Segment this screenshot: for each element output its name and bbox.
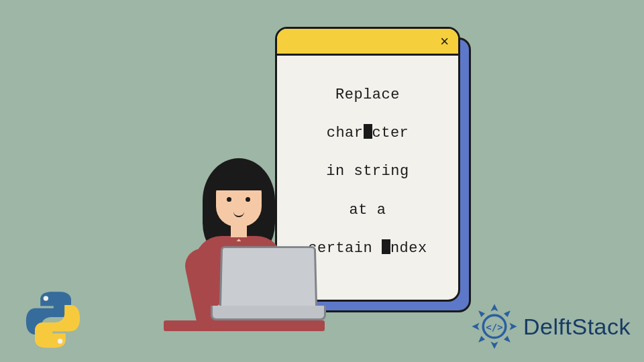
svg-marker-3 bbox=[490, 341, 498, 349]
cursor-block-icon bbox=[382, 239, 390, 254]
laptop-base bbox=[211, 306, 326, 320]
svg-marker-5 bbox=[509, 322, 517, 330]
cursor-block-icon bbox=[364, 124, 372, 139]
svg-marker-4 bbox=[472, 322, 479, 330]
delftstack-wordmark: DelftStack bbox=[523, 314, 631, 340]
svg-marker-9 bbox=[504, 336, 511, 343]
svg-marker-7 bbox=[504, 310, 511, 317]
svg-marker-8 bbox=[478, 336, 485, 343]
laptop-illustration bbox=[215, 245, 322, 326]
svg-marker-2 bbox=[490, 304, 498, 311]
svg-text:</>: </> bbox=[486, 322, 502, 333]
text-line-2: charcter bbox=[290, 114, 445, 152]
delftstack-mark-icon: </> bbox=[471, 303, 518, 350]
text-line-1: Replace bbox=[290, 76, 445, 114]
svg-marker-6 bbox=[478, 310, 485, 317]
laptop-screen bbox=[219, 246, 317, 308]
eye-right bbox=[246, 197, 250, 202]
python-logo-icon bbox=[23, 290, 83, 350]
hair-bangs bbox=[211, 165, 267, 190]
svg-point-1 bbox=[58, 339, 62, 343]
window-titlebar: × bbox=[277, 29, 458, 56]
svg-point-0 bbox=[44, 296, 48, 300]
desk bbox=[164, 320, 325, 331]
eye-left bbox=[227, 197, 231, 202]
delftstack-logo: </> DelftStack bbox=[471, 303, 631, 350]
close-icon[interactable]: × bbox=[440, 34, 449, 49]
